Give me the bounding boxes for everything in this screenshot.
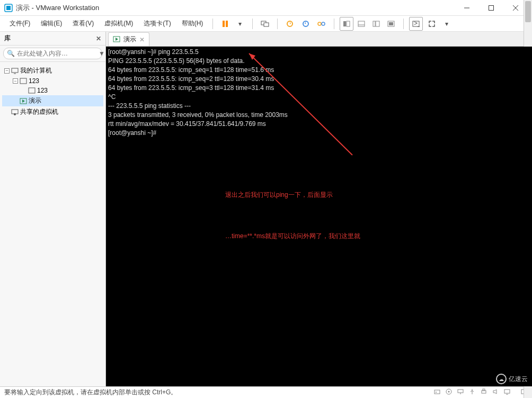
manage-snapshots-button[interactable]	[315, 17, 329, 31]
svg-marker-44	[493, 390, 496, 394]
annotation-text: 退出之后我们可以ping一下，后面显示 …time=**.*ms就是可以访问外网…	[225, 160, 360, 270]
svg-rect-27	[29, 88, 35, 93]
view-quick-switch-button[interactable]	[369, 17, 383, 31]
tree-vm-123[interactable]: 123	[2, 86, 103, 95]
hard-disk-icon[interactable]	[433, 388, 441, 397]
shared-vm-icon	[11, 108, 19, 116]
dropdown-icon[interactable]: ▾	[233, 17, 247, 31]
network-icon[interactable]	[457, 388, 464, 397]
tree-my-computer[interactable]: − 我的计算机	[2, 65, 103, 76]
tree-vm-demo[interactable]: 演示	[2, 95, 103, 106]
statusbar: 要将输入定向到该虚拟机，请在虚拟机内部单击或按 Ctrl+G。	[0, 386, 532, 398]
separator	[252, 19, 253, 29]
computer-icon	[11, 67, 19, 75]
maximize-button[interactable]	[479, 0, 503, 16]
close-library-icon[interactable]: ✕	[96, 35, 101, 42]
watermark-cloud-icon: ☁	[496, 374, 507, 384]
menu-vm[interactable]: 虚拟机(M)	[100, 17, 137, 30]
svg-point-13	[322, 22, 325, 25]
view-console-button[interactable]	[354, 17, 368, 31]
scrollbar-thumb[interactable]	[525, 1, 531, 22]
collapse-icon[interactable]: −	[4, 68, 10, 74]
content-area: 演示 ✕ [root@yanshi ~]# ping 223.5.5.5 PIN…	[106, 32, 532, 386]
svg-rect-40	[458, 390, 463, 393]
usb-icon[interactable]	[468, 388, 476, 397]
svg-rect-6	[223, 21, 225, 27]
svg-rect-15	[347, 21, 350, 26]
pause-button[interactable]	[218, 17, 232, 31]
vm-console-terminal[interactable]: [root@yanshi ~]# ping 223.5.5.5 PING 223…	[106, 47, 532, 386]
vm-icon	[28, 87, 36, 94]
tab-demo[interactable]: 演示 ✕	[108, 32, 149, 46]
search-box[interactable]: 🔍 ▼	[3, 48, 102, 59]
svg-rect-45	[504, 390, 510, 393]
svg-rect-30	[12, 110, 18, 114]
svg-rect-1	[6, 6, 11, 10]
svg-rect-24	[12, 68, 18, 73]
svg-rect-21	[389, 22, 393, 25]
tab-close-icon[interactable]: ✕	[139, 36, 145, 43]
sound-icon[interactable]	[492, 388, 499, 397]
vm-running-icon	[20, 97, 27, 105]
tree-label: 123	[37, 87, 48, 94]
svg-marker-33	[116, 38, 118, 41]
tree-folder-123[interactable]: − 123	[2, 76, 103, 86]
svg-rect-3	[489, 5, 494, 10]
separator	[212, 19, 213, 29]
vm-icon	[20, 77, 27, 85]
menu-edit[interactable]: 编辑(E)	[37, 17, 66, 30]
svg-point-39	[448, 391, 450, 393]
tabbar: 演示 ✕	[106, 32, 532, 47]
console-view-button[interactable]: >_	[409, 17, 423, 31]
svg-rect-16	[358, 21, 365, 26]
view-single-button[interactable]	[340, 17, 353, 31]
svg-rect-9	[264, 23, 269, 26]
vm-running-icon	[113, 36, 120, 43]
svg-rect-42	[482, 391, 486, 393]
dropdown-icon[interactable]: ▾	[440, 17, 454, 31]
svg-rect-19	[376, 21, 379, 26]
tree-label: 123	[29, 77, 39, 85]
revert-snapshot-button[interactable]	[299, 17, 313, 31]
svg-rect-43	[483, 389, 485, 391]
search-icon: 🔍	[7, 50, 15, 57]
status-message: 要将输入定向到该虚拟机，请在虚拟机内部单击或按 Ctrl+G。	[4, 388, 177, 397]
send-ctrl-alt-del-button[interactable]	[258, 17, 272, 31]
printer-icon[interactable]	[480, 388, 487, 397]
search-dropdown-icon[interactable]: ▼	[99, 50, 105, 57]
fullscreen-button[interactable]	[425, 17, 439, 31]
separator	[334, 19, 334, 29]
svg-rect-14	[343, 21, 346, 26]
watermark: ☁ 亿速云	[496, 374, 528, 384]
window-controls	[455, 0, 528, 16]
menu-file[interactable]: 文件(F)	[5, 17, 34, 30]
separator	[277, 19, 278, 29]
library-title: 库	[4, 34, 11, 43]
collapse-icon[interactable]: −	[13, 78, 18, 84]
menu-view[interactable]: 查看(V)	[68, 17, 98, 30]
svg-point-37	[436, 392, 437, 393]
menubar: 文件(F) 编辑(E) 查看(V) 虚拟机(M) 选项卡(T) 帮助(H) ▾ …	[0, 16, 532, 32]
tree-label: 演示	[29, 96, 41, 105]
search-input[interactable]	[17, 50, 96, 57]
status-device-icons	[433, 388, 528, 397]
vmware-app-icon	[4, 4, 13, 12]
svg-rect-26	[20, 78, 26, 84]
library-tree: − 我的计算机 − 123 123 演示 共享的	[0, 62, 105, 121]
cd-icon[interactable]	[445, 388, 453, 397]
menu-tabs[interactable]: 选项卡(T)	[139, 17, 175, 30]
svg-point-31	[14, 113, 16, 115]
snapshot-button[interactable]	[283, 17, 297, 31]
main-area: 库 ✕ 🔍 ▼ − 我的计算机 − 123 1	[0, 32, 532, 386]
svg-rect-18	[373, 21, 375, 26]
window-title: 演示 - VMware Workstation	[16, 3, 455, 13]
tree-label: 我的计算机	[20, 66, 52, 75]
menu-help[interactable]: 帮助(H)	[178, 17, 208, 30]
svg-marker-35	[249, 53, 255, 60]
tab-label: 演示	[123, 35, 136, 44]
view-unity-button[interactable]	[384, 17, 398, 31]
tree-shared-vms[interactable]: 共享的虚拟机	[2, 106, 103, 117]
minimize-button[interactable]	[455, 0, 479, 16]
library-sidebar: 库 ✕ 🔍 ▼ − 我的计算机 − 123 1	[0, 32, 106, 386]
display-icon[interactable]	[503, 388, 511, 397]
